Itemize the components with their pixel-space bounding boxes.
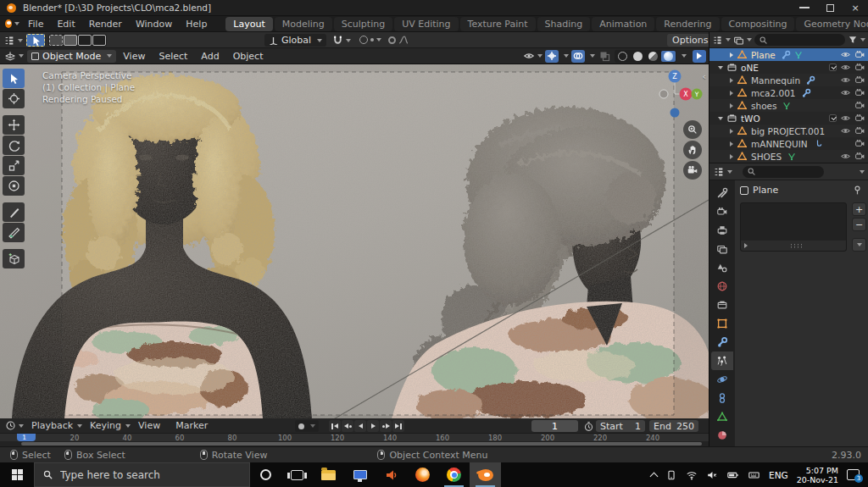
language-indicator[interactable]: ENG (769, 470, 788, 480)
timeline-menu-marker[interactable]: Marker (168, 420, 215, 431)
scrollbar-thumb[interactable] (21, 442, 702, 445)
timeline-editor-dropdown[interactable] (5, 420, 24, 431)
tool-add-cube[interactable] (3, 249, 25, 268)
menu-window[interactable]: Window (129, 19, 179, 30)
render-visibility-icon[interactable] (854, 100, 865, 111)
collection-checkbox[interactable] (829, 114, 837, 122)
file-explorer-button[interactable] (313, 462, 344, 487)
add-particle-system-button[interactable]: + (852, 202, 866, 216)
viewport-render-play-button[interactable] (693, 50, 706, 63)
tab-world[interactable] (711, 277, 733, 296)
tab-texture-paint[interactable]: Texture Paint (460, 17, 536, 31)
tool-rotate[interactable] (3, 136, 25, 155)
expand-icon[interactable] (730, 154, 733, 159)
chrome-button[interactable] (438, 462, 470, 487)
render-visibility-icon[interactable] (854, 113, 865, 124)
shading-wireframe-button[interactable] (615, 51, 630, 62)
tab-view-layer[interactable] (711, 240, 733, 258)
xray-toggle[interactable] (598, 50, 612, 63)
select-mode-extend[interactable] (64, 35, 77, 46)
editor-type-dropdown[interactable] (4, 50, 24, 62)
shading-material-button[interactable] (646, 51, 660, 62)
properties-options-dropdown[interactable] (860, 170, 865, 174)
tab-shading[interactable]: Shading (537, 17, 591, 31)
maximize-button[interactable] (817, 0, 843, 15)
render-visibility-icon[interactable] (854, 87, 865, 98)
outliner-row-shoes[interactable]: shoes (709, 99, 868, 112)
show-gizmo-toggle[interactable] (545, 50, 559, 63)
proportional-falloff-dropdown[interactable] (388, 36, 409, 44)
start-button[interactable] (0, 462, 34, 487)
outliner-display-mode-dropdown[interactable] (712, 35, 731, 46)
tab-constraints[interactable] (711, 389, 733, 407)
outliner-search-input[interactable] (754, 34, 845, 46)
tab-compositing[interactable]: Compositing (721, 17, 795, 31)
shading-rendered-button[interactable] (661, 51, 676, 62)
tab-particles[interactable] (711, 351, 733, 370)
your-phone-icon[interactable] (665, 469, 677, 481)
tool-move[interactable] (3, 115, 25, 135)
timeline-menu-keying[interactable]: Keying (82, 420, 131, 431)
object-mode-dropdown[interactable]: Object Mode (27, 50, 116, 63)
audio-app-button[interactable] (376, 462, 407, 487)
next-keyframe-button[interactable] (380, 420, 392, 432)
collapse-icon[interactable] (718, 117, 723, 120)
proportional-editing-toggle[interactable] (359, 36, 381, 44)
render-visibility-icon[interactable] (854, 151, 865, 162)
outliner-filter-dropdown[interactable] (733, 35, 752, 46)
tab-geometry-nodes[interactable]: Geometry Nod (796, 17, 868, 31)
frame-start-field[interactable]: Start1 (596, 420, 645, 432)
viewport-menu-add[interactable]: Add (194, 51, 225, 62)
particle-system-list[interactable] (740, 202, 847, 252)
timeline-menu-view[interactable]: View (131, 420, 168, 431)
tab-object-data[interactable] (711, 407, 733, 426)
tab-object[interactable] (711, 314, 733, 333)
tab-render[interactable] (711, 202, 733, 221)
remove-particle-system-button[interactable]: − (852, 218, 866, 231)
pin-icon[interactable] (852, 185, 863, 196)
current-frame-field[interactable]: 1 (531, 420, 578, 432)
render-visibility-icon[interactable] (854, 49, 865, 60)
viewport-3d[interactable]: Camera Perspective (1) Collection | Plan… (0, 64, 709, 418)
tab-modifiers[interactable] (711, 333, 733, 351)
tab-physics[interactable] (711, 370, 733, 389)
tab-collection[interactable] (711, 296, 733, 314)
hide-eye-icon[interactable] (840, 151, 851, 162)
play-reverse-button[interactable] (354, 420, 366, 432)
particle-specials-dropdown[interactable] (852, 238, 866, 252)
zoom-view-button[interactable] (683, 120, 702, 139)
collapse-icon[interactable] (718, 66, 723, 69)
viewport-menu-object[interactable]: Object (226, 51, 270, 62)
viewport-menu-select[interactable]: Select (152, 51, 194, 62)
expand-icon[interactable] (744, 243, 748, 248)
outliner-row-collection-two[interactable]: tWO (709, 112, 868, 125)
show-overlays-toggle[interactable] (571, 50, 585, 63)
outliner-row-collection-one[interactable]: oNE (709, 61, 868, 74)
snap-toggle[interactable] (332, 35, 351, 46)
close-button[interactable]: × (843, 0, 868, 15)
tool-select-box[interactable] (3, 69, 25, 88)
tab-animation[interactable]: Animation (592, 17, 654, 31)
timeline-menu-playback[interactable]: Playback (24, 420, 82, 431)
pan-view-button[interactable] (683, 141, 702, 159)
expand-icon[interactable] (730, 53, 733, 58)
tab-material[interactable] (711, 426, 733, 445)
tab-rendering[interactable]: Rendering (656, 17, 719, 31)
tab-layout[interactable]: Layout (225, 17, 272, 31)
auto-keying-toggle[interactable] (295, 420, 319, 432)
wifi-icon[interactable] (686, 469, 698, 481)
tab-modeling[interactable]: Modeling (275, 17, 332, 31)
hide-eye-icon[interactable] (840, 62, 851, 73)
minimize-button[interactable] (792, 0, 817, 15)
notification-center-button[interactable]: 3 (847, 469, 860, 480)
tool-annotate[interactable] (3, 202, 25, 222)
hide-eye-icon[interactable] (840, 125, 851, 136)
tool-scale[interactable] (3, 156, 25, 175)
taskbar-search[interactable] (34, 462, 250, 487)
search-input[interactable] (60, 469, 213, 481)
box-select-tool-button[interactable] (26, 34, 45, 47)
tray-expand-icon[interactable] (650, 472, 659, 480)
menu-render[interactable]: Render (82, 19, 129, 30)
render-visibility-icon[interactable] (854, 75, 865, 86)
tool-transform[interactable] (3, 176, 25, 196)
